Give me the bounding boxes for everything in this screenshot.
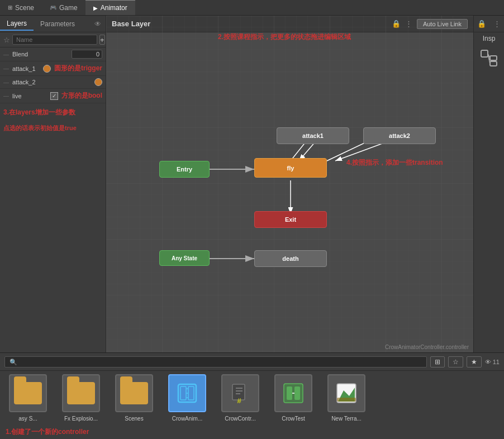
blend-row: — Blend <box>0 47 106 61</box>
prefab-icon-svg <box>282 382 305 404</box>
grid-view-button[interactable]: ⊞ <box>430 356 445 368</box>
asset-crow-anim[interactable]: CrowAnim... <box>168 374 207 422</box>
easy-s-label: asy S... <box>18 416 37 422</box>
tab-scene[interactable]: ⊞ Scene <box>0 0 42 15</box>
main-area: Layers Parameters 👁 ☆ + ▼ — Blend — atta… <box>0 16 504 352</box>
layers-annotation-container: 3.在layers增加一些参数 <box>0 103 106 122</box>
drag-annotation-container: 2.按照课程指示，把更多的状态拖进编辑区域 <box>218 32 351 42</box>
name-input[interactable] <box>12 35 97 45</box>
bool-annotation: 方形的是bool <box>61 91 102 101</box>
crow-contr-label: CrowContr... <box>225 416 256 422</box>
inspector-lock-icon[interactable]: 🔒 <box>477 20 486 28</box>
crow-anim-icon <box>168 374 206 412</box>
node-attack2[interactable]: attack2 <box>363 127 436 144</box>
asset-crow-contr[interactable]: # CrowContr... <box>221 374 260 422</box>
crow-test-label: CrowTest <box>282 416 305 422</box>
svg-rect-33 <box>337 398 356 402</box>
attack1-handle: — <box>3 65 9 71</box>
game-icon: 🎮 <box>50 4 56 11</box>
attack2-circle-icon <box>94 78 102 86</box>
trigger-annotation: 圆形的是trigger <box>54 64 102 73</box>
terrain-icon-svg <box>335 382 358 404</box>
blend-label: Blend <box>12 51 68 58</box>
param-attack1-row: — attack_1 圆形的是trigger <box>0 61 106 76</box>
controller-icon-svg <box>176 382 198 404</box>
graph-grid <box>106 16 473 352</box>
attack2-label: attack_2 <box>12 79 91 85</box>
transition-annotation: 4.按照指示，添加一些transition <box>346 159 443 166</box>
graph-area: attack1 attack2 Entry fly Exit Any State… <box>106 16 473 352</box>
count-display: 👁 11 <box>485 359 500 365</box>
eye-icon[interactable]: 👁 <box>94 20 106 28</box>
asset-scenes[interactable]: Scenes <box>115 374 154 422</box>
name-row: ☆ + ▼ <box>0 32 106 47</box>
live-checkbox[interactable]: ✓ <box>50 92 58 100</box>
left-panel: Layers Parameters 👁 ☆ + ▼ — Blend — atta… <box>0 16 106 352</box>
node-fly[interactable]: fly <box>254 158 327 178</box>
blend-input[interactable] <box>72 50 102 59</box>
add-button[interactable]: + <box>99 35 105 45</box>
node-anystate[interactable]: Any State <box>159 250 210 266</box>
checkbox-annotation-container: 点选的话表示初始值是true <box>0 122 106 135</box>
new-terra-label: New Terra... <box>331 416 362 422</box>
crow-anim-label: CrowAnim... <box>172 416 202 422</box>
svg-rect-28 <box>287 386 292 400</box>
asset-new-terra[interactable]: New Terra... <box>327 374 366 422</box>
node-death[interactable]: death <box>254 250 327 267</box>
scene-icon: ⊞ <box>8 4 12 11</box>
attack1-label: attack_1 <box>12 65 40 72</box>
bottom-annotation-container: 1.创建了一个新的controller <box>0 425 504 439</box>
asset-fx-explosion[interactable]: Fx Explosio... <box>61 374 101 422</box>
fx-explosion-label: Fx Explosio... <box>64 416 98 422</box>
tab-animator[interactable]: ▶ Animator <box>85 0 135 15</box>
drag-annotation: 2.按照课程指示，把更多的状态拖进编辑区域 <box>218 33 351 41</box>
node-exit[interactable]: Exit <box>254 211 327 228</box>
attack1-circle-icon <box>43 65 51 73</box>
crow-contr-icon: # <box>221 374 259 412</box>
param-live-row: — live ✓ 方形的是bool <box>0 89 106 103</box>
inspector-more-icon[interactable]: ⋮ <box>493 20 501 28</box>
tab-parameters[interactable]: Parameters <box>34 18 82 30</box>
inspector-panel: 🔒 ⋮ Insp <box>473 16 504 352</box>
svg-rect-18 <box>188 386 194 400</box>
inspector-title: Insp <box>474 32 504 45</box>
scenes-icon <box>115 374 153 412</box>
fx-explosion-icon <box>62 374 100 412</box>
inspector-tree-icon-container <box>474 49 504 67</box>
blend-handle: — <box>3 51 9 58</box>
node-attack1[interactable]: attack1 <box>277 127 349 144</box>
tab-game[interactable]: 🎮 Game <box>42 0 85 15</box>
hierarchy-icon <box>480 49 498 67</box>
svg-rect-12 <box>490 56 497 60</box>
inspector-header: 🔒 ⋮ <box>474 16 504 32</box>
file-path: CrowAnimatorController.controller <box>385 344 469 350</box>
svg-text:#: # <box>237 397 241 403</box>
checkbox-annotation: 点选的话表示初始值是true <box>3 125 77 131</box>
eye-count-icon: 👁 <box>485 359 491 365</box>
list-view-button[interactable]: ☆ <box>448 356 463 368</box>
param-attack2-row: — attack_2 <box>0 76 106 89</box>
name-icon: ☆ <box>3 36 10 44</box>
animator-icon: ▶ <box>93 5 98 11</box>
tab-layers[interactable]: Layers <box>0 17 34 31</box>
svg-rect-17 <box>180 386 186 400</box>
node-entry[interactable]: Entry <box>159 161 210 178</box>
scenes-label: Scenes <box>125 416 143 422</box>
asset-crow-test[interactable]: CrowTest <box>274 374 313 422</box>
search-input[interactable] <box>4 356 427 368</box>
svg-rect-11 <box>481 50 488 57</box>
script-icon-svg: # <box>230 383 250 403</box>
svg-rect-1 <box>106 16 473 352</box>
asset-easy-s[interactable]: asy S... <box>8 374 47 422</box>
bottom-area: ⊞ ☆ ★ 👁 11 asy S... Fx Explosio... <box>0 352 504 439</box>
transition-annotation-container: 4.按照指示，添加一些transition <box>346 158 443 168</box>
easy-s-icon <box>9 374 47 412</box>
favorite-button[interactable]: ★ <box>467 356 482 368</box>
layers-annotation: 3.在layers增加一些参数 <box>3 108 75 116</box>
right-panel: Base Layer 🔒 ⋮ Auto Live Link <box>106 16 473 352</box>
svg-rect-13 <box>490 61 497 66</box>
live-handle: — <box>3 93 9 99</box>
controller-annotation: 1.创建了一个新的controller <box>4 427 90 437</box>
panel-tab-bar: Layers Parameters 👁 <box>0 16 106 32</box>
svg-rect-29 <box>294 386 300 400</box>
